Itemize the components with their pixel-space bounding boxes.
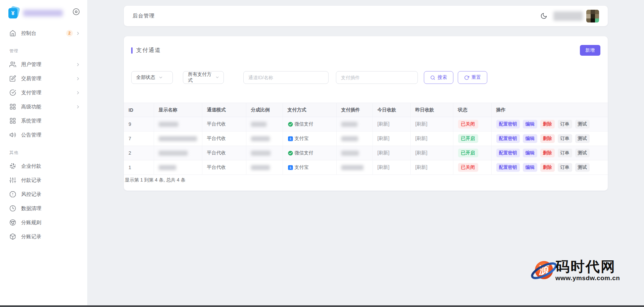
action-gray-button[interactable]: 测试 xyxy=(575,149,590,157)
status-select[interactable]: 全部状态 xyxy=(131,71,173,84)
action-purple-button[interactable]: 配置密钥 xyxy=(496,120,520,129)
action-purple-button[interactable]: 配置密钥 xyxy=(496,149,520,157)
refresh-yesterday-link[interactable]: [刷新] xyxy=(415,121,428,126)
status-badge: 已关闭 xyxy=(458,163,478,172)
svg-text:支: 支 xyxy=(289,137,292,141)
sidebar-item-alert-octagon[interactable]: 风控记录 xyxy=(0,187,87,201)
dark-mode-toggle-moon-icon[interactable] xyxy=(540,12,547,19)
search-button[interactable]: 搜索 xyxy=(424,71,453,84)
sidebar-item-edit[interactable]: 交易管理 xyxy=(0,71,87,86)
status-badge: 已开启 xyxy=(458,134,478,143)
add-button[interactable]: 新增 xyxy=(580,45,600,56)
chrome-icon xyxy=(9,219,16,226)
clock-icon xyxy=(9,205,16,212)
alipay-icon: 支 xyxy=(288,165,293,170)
table-row: 1平台代收支支付宝[刷新][刷新]已关闭配置密钥编辑删除订单测试 xyxy=(124,160,608,175)
alert-octagon-icon xyxy=(9,191,16,198)
app-root: ¥ 控制台2管理用户管理交易管理支付管理高级功能系统管理公告管理其他企业付款付款… xyxy=(0,0,644,307)
action-red-button[interactable]: 删除 xyxy=(540,120,555,129)
top-header: 后台管理 xyxy=(124,6,608,26)
action-red-button[interactable]: 删除 xyxy=(540,149,555,157)
search-icon xyxy=(430,75,435,80)
chevron-down-icon xyxy=(158,75,163,80)
refresh-today-link[interactable]: [刷新] xyxy=(378,164,390,170)
plugin-input[interactable] xyxy=(336,71,418,84)
refresh-today-link[interactable]: [刷新] xyxy=(378,150,390,155)
payment-method-select[interactable]: 所有支付方式 xyxy=(183,71,224,84)
cell-mode: 平台代收 xyxy=(202,160,246,175)
grid-icon xyxy=(9,103,16,110)
user-avatar xyxy=(586,10,599,22)
cell-actions: 配置密钥编辑删除订单测试 xyxy=(491,132,608,146)
sidebar-item-label: 分账记录 xyxy=(21,234,81,240)
sidebar-item-label: 付款记录 xyxy=(21,177,81,184)
action-red-button[interactable]: 删除 xyxy=(540,163,555,172)
action-purple-button[interactable]: 配置密钥 xyxy=(496,134,520,143)
column-header: 通道模式 xyxy=(202,103,246,117)
check-circle-icon xyxy=(9,89,16,96)
table-footer-summary: 显示第 1 到第 4 条, 总共 4 条 xyxy=(124,175,608,189)
refresh-today-link[interactable]: [刷新] xyxy=(378,136,390,141)
search-button-label: 搜索 xyxy=(438,74,447,81)
sidebar-item-box[interactable]: 分账记录 xyxy=(0,229,87,244)
chevron-right-icon xyxy=(76,104,81,109)
sidebar-collapse-icon[interactable] xyxy=(72,8,80,15)
redacted-plugin xyxy=(341,136,358,141)
column-header: 操作 xyxy=(491,103,608,117)
redacted-ratio xyxy=(251,122,266,127)
cell-method: 支支付宝 xyxy=(283,132,336,146)
sidebar-item-chrome[interactable]: 分账规则 xyxy=(0,215,87,229)
action-gray-button[interactable]: 测试 xyxy=(575,120,590,129)
refresh-today-link[interactable]: [刷新] xyxy=(378,121,390,126)
sidebar-item-grid[interactable]: 高级功能 xyxy=(0,100,87,114)
action-purple-button[interactable]: 配置密钥 xyxy=(496,163,520,172)
refresh-yesterday-link[interactable]: [刷新] xyxy=(415,164,428,170)
cell-actions: 配置密钥编辑删除订单测试 xyxy=(491,160,608,175)
user-menu[interactable] xyxy=(553,10,599,22)
sidebar-item-check-circle[interactable]: 支付管理 xyxy=(0,86,87,100)
action-purple-button[interactable]: 编辑 xyxy=(523,134,537,143)
refresh-yesterday-link[interactable]: [刷新] xyxy=(415,150,428,155)
cell-ratio xyxy=(246,160,283,175)
column-header: ID xyxy=(124,103,154,117)
cell-plugin xyxy=(336,132,373,146)
panel-title: 支付通道 xyxy=(136,47,161,54)
payment-method-select-value: 所有支付方式 xyxy=(188,71,214,84)
box-icon xyxy=(9,233,16,240)
action-red-button[interactable]: 删除 xyxy=(540,134,555,143)
action-purple-button[interactable]: 编辑 xyxy=(523,163,537,172)
filter-toolbar: 全部状态 所有支付方式 搜索 xyxy=(124,71,608,84)
action-purple-button[interactable]: 编辑 xyxy=(523,149,537,157)
sidebar-item-users[interactable]: 用户管理 xyxy=(0,57,87,71)
action-gray-button[interactable]: 测试 xyxy=(575,163,590,172)
sidebar-item-slack[interactable]: 企业付款 xyxy=(0,159,87,173)
cell-mode: 平台代收 xyxy=(202,117,246,132)
action-purple-button[interactable]: 编辑 xyxy=(523,120,537,129)
sidebar-item-label: 交易管理 xyxy=(21,75,76,82)
table-header-row: ID显示名称通道模式分成比例支付方式支付插件今日收款昨日收款状态操作 xyxy=(124,103,608,117)
cell-plugin xyxy=(336,117,373,132)
reset-button[interactable]: 重置 xyxy=(458,71,487,84)
sidebar-item-grid[interactable]: 系统管理 xyxy=(0,114,87,128)
payment-channel-panel: 支付通道 新增 全部状态 所有支付方式 xyxy=(124,36,608,191)
notification-badge: 2 xyxy=(66,30,73,37)
sidebar-item-clock[interactable]: 数据清理 xyxy=(0,201,87,215)
column-header: 今日收款 xyxy=(373,103,410,117)
sidebar-item-label: 系统管理 xyxy=(21,118,81,124)
action-gray-button[interactable]: 订单 xyxy=(558,120,572,129)
action-gray-button[interactable]: 订单 xyxy=(558,134,572,143)
action-gray-button[interactable]: 订单 xyxy=(558,149,572,157)
refresh-yesterday-link[interactable]: [刷新] xyxy=(415,136,428,141)
sidebar-item-sliders[interactable]: 付款记录 xyxy=(0,173,87,187)
cell-status: 已关闭 xyxy=(453,160,491,175)
table-body: 9平台代收微信支付[刷新][刷新]已关闭配置密钥编辑删除订单测试7平台代收支支付… xyxy=(124,117,608,175)
sidebar-item-home[interactable]: 控制台2 xyxy=(0,26,87,40)
sidebar-item-label: 高级功能 xyxy=(21,104,76,110)
sidebar-item-speaker[interactable]: 公告管理 xyxy=(0,128,87,142)
channel-id-input[interactable] xyxy=(243,71,329,84)
action-gray-button[interactable]: 订单 xyxy=(558,163,572,172)
window-bottom-edge xyxy=(0,305,644,307)
action-gray-button[interactable]: 测试 xyxy=(575,134,590,143)
cell-id: 1 xyxy=(124,160,154,175)
chevron-down-icon xyxy=(215,75,219,80)
